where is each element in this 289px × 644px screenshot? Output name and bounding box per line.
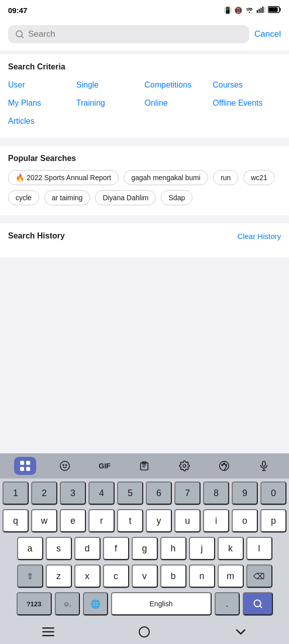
key-m[interactable]: m: [218, 565, 244, 588]
backspace-key[interactable]: ⌫: [246, 565, 272, 588]
cancel-button[interactable]: Cancel: [254, 27, 281, 41]
key-5[interactable]: 5: [117, 481, 143, 505]
keyboard-mic-button[interactable]: [253, 457, 275, 475]
key-a[interactable]: a: [17, 537, 43, 560]
key-l[interactable]: l: [246, 537, 272, 560]
tag-label: ar taiming: [52, 194, 82, 202]
clear-history-button[interactable]: Clear History: [237, 232, 281, 240]
numbers-special-key[interactable]: ?123: [17, 592, 52, 615]
tag-hot-sports[interactable]: 🔥 2022 Sports Annual Report: [8, 170, 119, 185]
svg-point-24: [224, 463, 225, 464]
keyboard-emoji-button[interactable]: [54, 457, 76, 475]
key-v[interactable]: v: [132, 565, 158, 588]
status-bar: 09:47 📳 📵: [0, 0, 289, 20]
home-nav-button[interactable]: [129, 623, 159, 641]
key-h[interactable]: h: [160, 537, 186, 560]
tag-wc21[interactable]: wc21: [243, 170, 275, 185]
criteria-single[interactable]: Single: [76, 78, 145, 92]
period-key[interactable]: .: [215, 592, 240, 615]
criteria-online[interactable]: Online: [145, 97, 213, 110]
svg-line-9: [21, 36, 23, 37]
call-icon: 📵: [234, 7, 242, 14]
tags-container: 🔥 2022 Sports Annual Report gagah mengak…: [8, 170, 281, 205]
key-i[interactable]: i: [203, 509, 229, 532]
svg-rect-33: [42, 635, 54, 636]
key-q[interactable]: q: [3, 509, 29, 532]
search-criteria-title: Search Criteria: [8, 62, 281, 71]
svg-rect-1: [259, 9, 260, 13]
key-u[interactable]: u: [174, 509, 201, 532]
key-1[interactable]: 1: [3, 481, 29, 505]
criteria-myplans[interactable]: My Plans: [8, 97, 76, 110]
emoji-comma-key[interactable]: ☺,: [55, 592, 80, 615]
asdf-row: a s d f g h j k l: [2, 537, 287, 560]
space-key[interactable]: English: [111, 592, 212, 615]
key-d[interactable]: d: [74, 537, 101, 560]
key-2[interactable]: 2: [31, 481, 57, 505]
criteria-training[interactable]: Training: [76, 97, 145, 110]
key-p[interactable]: p: [260, 509, 286, 532]
search-input-wrapper[interactable]: [8, 25, 249, 43]
keyboard-clipboard-button[interactable]: [133, 457, 155, 475]
shift-key[interactable]: ⇧: [17, 565, 43, 588]
key-x[interactable]: x: [74, 565, 101, 588]
tag-label: run: [221, 174, 231, 182]
criteria-offlineevents[interactable]: Offline Events: [213, 97, 281, 110]
key-z[interactable]: z: [46, 565, 72, 588]
keyboard-settings-button[interactable]: [173, 457, 196, 475]
key-g[interactable]: g: [132, 537, 158, 560]
key-o[interactable]: o: [232, 509, 258, 532]
key-f[interactable]: f: [103, 537, 129, 560]
keyboard-theme-button[interactable]: [213, 457, 235, 475]
keyboard-grid-button[interactable]: [14, 457, 36, 475]
tag-diyana[interactable]: Diyana Dahlim: [95, 190, 156, 205]
key-n[interactable]: n: [189, 565, 215, 588]
criteria-user[interactable]: User: [8, 78, 76, 92]
criteria-courses[interactable]: Courses: [213, 78, 281, 92]
key-e[interactable]: e: [60, 509, 86, 532]
key-9[interactable]: 9: [232, 481, 258, 505]
key-b[interactable]: b: [160, 565, 186, 588]
key-0[interactable]: 0: [260, 481, 286, 505]
key-k[interactable]: k: [218, 537, 244, 560]
key-t[interactable]: t: [117, 509, 143, 532]
globe-key[interactable]: 🌐: [83, 592, 108, 615]
criteria-grid: User Single Competitions Courses My Plan…: [8, 78, 281, 128]
gif-label: GIF: [99, 462, 111, 470]
menu-nav-button[interactable]: [33, 623, 63, 641]
svg-rect-2: [260, 8, 261, 13]
tag-label: Diyana Dahlim: [103, 194, 148, 202]
criteria-articles[interactable]: Articles: [8, 115, 76, 128]
vibrate-icon: 📳: [224, 7, 232, 14]
key-7[interactable]: 7: [174, 481, 201, 505]
search-history-header: Search History Clear History: [8, 231, 281, 240]
key-j[interactable]: j: [189, 537, 215, 560]
key-4[interactable]: 4: [88, 481, 115, 505]
tag-run[interactable]: run: [213, 170, 238, 185]
tag-cycle[interactable]: cycle: [8, 190, 39, 205]
svg-point-34: [139, 627, 149, 637]
keyboard-gif-button[interactable]: GIF: [93, 457, 116, 475]
section-divider-3: [0, 215, 289, 219]
tag-sdap[interactable]: Sdap: [161, 190, 192, 205]
tag-artaiming[interactable]: ar taiming: [44, 190, 90, 205]
search-input[interactable]: [28, 29, 242, 39]
back-nav-button[interactable]: [226, 623, 256, 641]
key-6[interactable]: 6: [146, 481, 172, 505]
clipboard-icon: [139, 460, 150, 471]
svg-point-23: [222, 464, 223, 466]
keyboard-search-key[interactable]: [243, 592, 273, 615]
key-w[interactable]: w: [31, 509, 57, 532]
criteria-competitions[interactable]: Competitions: [145, 78, 213, 92]
tag-gagah[interactable]: gagah mengakal bumi: [124, 170, 208, 185]
svg-rect-12: [20, 467, 24, 471]
section-divider-2: [0, 138, 289, 142]
key-8[interactable]: 8: [203, 481, 229, 505]
search-history-section: Search History Clear History: [0, 223, 289, 258]
key-y[interactable]: y: [146, 509, 172, 532]
key-r[interactable]: r: [88, 509, 115, 532]
key-s[interactable]: s: [46, 537, 72, 560]
battery-icon: [268, 6, 281, 15]
key-3[interactable]: 3: [60, 481, 86, 505]
key-c[interactable]: c: [103, 565, 129, 588]
